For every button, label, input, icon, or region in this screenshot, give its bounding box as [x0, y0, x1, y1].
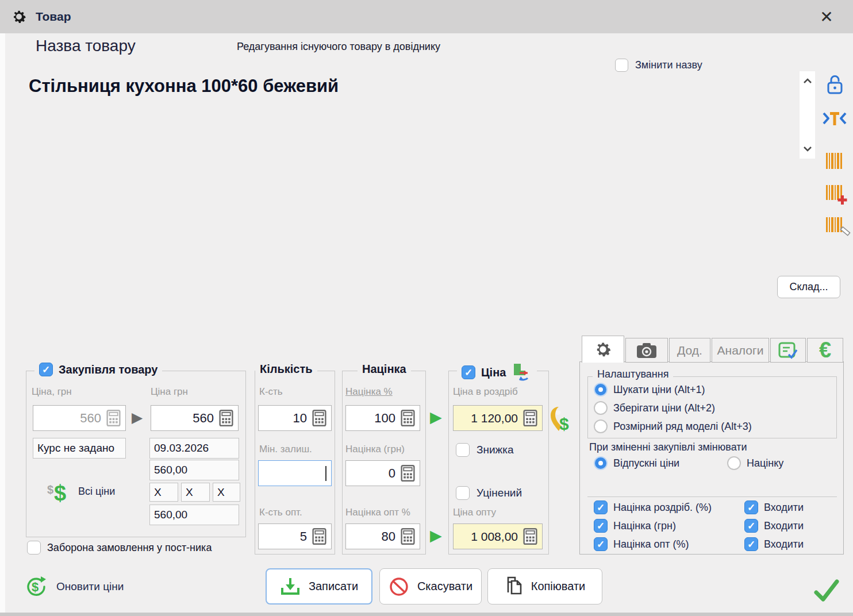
markup-retail-checkbox[interactable]: ✓ [594, 500, 608, 514]
price-x2-field: X [181, 483, 210, 502]
tab-settings[interactable] [582, 336, 624, 363]
markup-uah-label: Націнка (грн) [345, 444, 405, 455]
apply-markup-arrow-icon[interactable]: ▶ [430, 408, 442, 426]
radio-keep-prices-control[interactable] [594, 401, 608, 415]
markdown-row[interactable]: Уцінений [456, 486, 522, 500]
calculator-icon[interactable] [401, 410, 415, 426]
markup-uah-value: 0 [389, 466, 395, 481]
purchase-price-uah-input[interactable]: 560 [151, 405, 239, 431]
include-opt-checkbox[interactable]: ✓ [744, 537, 758, 551]
calculator-icon[interactable] [523, 528, 537, 545]
min-stock-input[interactable] [258, 460, 332, 486]
purchase-title: Закупівля товару [59, 363, 157, 376]
tab-currency[interactable]: € [807, 338, 843, 363]
qty-opt-input[interactable]: 5 [258, 523, 332, 549]
tab-analogs[interactable]: Аналоги [712, 338, 769, 363]
product-name: Стільниця кухонна 100*60 бежевий [29, 76, 339, 97]
calculator-icon[interactable] [312, 528, 326, 545]
rename-checkbox[interactable] [615, 59, 628, 72]
wholesale-price-value: 1 008,00 [471, 530, 518, 544]
include-opt-row[interactable]: ✓ Входити [744, 537, 804, 551]
scroll-down-icon[interactable] [800, 140, 815, 157]
tab-additional[interactable]: Дод. [669, 338, 710, 363]
all-prices-row[interactable]: $ $ Всі ціни [46, 479, 115, 504]
radio-markup-label: Націнку [747, 457, 783, 469]
barcode-edit-icon[interactable] [825, 216, 851, 239]
include-retail-checkbox[interactable]: ✓ [744, 500, 758, 514]
markup-pct-input[interactable]: 100 [345, 405, 420, 431]
settings-group-title: Налаштування [597, 368, 668, 380]
radio-markup[interactable]: Націнку [727, 456, 783, 470]
calculator-icon[interactable] [401, 528, 415, 545]
radio-selling-prices[interactable]: Відпускні ціни [594, 456, 679, 470]
calculator-icon[interactable] [312, 410, 326, 426]
price-transfer-icon[interactable] [512, 363, 532, 382]
qty-value: 10 [293, 411, 307, 426]
price-checkbox[interactable]: ✓ [462, 365, 475, 379]
rename-checkbox-row[interactable]: Змінити назву [615, 59, 702, 72]
price-transfer-arrow-icon: ▶ [132, 409, 143, 426]
radio-selling-prices-control[interactable] [594, 456, 608, 470]
calculator-icon[interactable] [219, 410, 233, 426]
calculator-icon[interactable] [401, 465, 415, 482]
tab-photo[interactable] [625, 338, 668, 363]
markup-opt-row[interactable]: ✓ Націнка опт (%) [594, 537, 689, 551]
ban-order-row[interactable]: Заборона замовлення у пост-ника [27, 541, 212, 555]
markup-uah-row[interactable]: ✓ Націнка (грн) [594, 519, 676, 533]
discount-checkbox[interactable] [456, 443, 470, 457]
copy-button[interactable]: Копіювати [487, 568, 602, 605]
radio-search-prices-control[interactable] [594, 383, 608, 396]
barcode-add-icon[interactable] [825, 184, 847, 208]
qty-input[interactable]: 10 [258, 405, 332, 431]
unlock-icon[interactable] [825, 74, 844, 98]
wholesale-price-input[interactable]: 1 008,00 [453, 523, 543, 549]
qty-opt-value: 5 [300, 529, 307, 544]
update-prices-button[interactable]: $ Оновити ціни [24, 575, 124, 599]
include-uah-checkbox[interactable]: ✓ [744, 519, 758, 533]
markup-pct-label[interactable]: Націнка % [345, 386, 393, 398]
retail-price-input[interactable]: 1 120,00 [453, 405, 543, 431]
window-title: Товар [36, 10, 71, 24]
purchase-checkbox[interactable]: ✓ [39, 363, 53, 376]
ban-order-checkbox[interactable] [27, 541, 41, 555]
change-purchase-label: При зміненні закупівлі змінювати [589, 441, 747, 453]
markup-opt-checkbox[interactable]: ✓ [594, 537, 608, 551]
stock-button[interactable]: Склад... [777, 276, 840, 298]
tab-checklist[interactable] [770, 338, 806, 363]
purchase-price-mid-value: 560,00 [154, 464, 187, 476]
purchase-price-input[interactable]: 560 [33, 405, 126, 431]
fit-text-icon[interactable] [822, 110, 847, 129]
confirm-check-icon[interactable] [812, 577, 842, 607]
purchase-price-right-label: Ціна грн [151, 386, 188, 398]
min-stock-label: Мін. залиш. [259, 444, 312, 455]
radio-size-range-label: Розмірний ряд моделі (Alt+3) [613, 421, 752, 433]
barcode-icon[interactable] [825, 152, 844, 172]
markup-retail-row[interactable]: ✓ Націнка роздріб. (%) [594, 500, 712, 514]
calculator-icon[interactable] [106, 410, 121, 426]
tab-additional-label: Дод. [677, 344, 702, 357]
markup-retail-label: Націнка роздріб. (%) [613, 502, 712, 514]
save-button[interactable]: Записати [266, 568, 372, 605]
name-scrollbar[interactable] [800, 71, 815, 159]
price-tag-icon[interactable]: $ [550, 406, 572, 436]
qty-opt-label: К-сть опт. [259, 507, 302, 518]
close-button[interactable]: ✕ [814, 5, 839, 29]
all-prices-label: Всі ціни [78, 486, 115, 498]
markup-uah-checkbox[interactable]: ✓ [594, 519, 608, 533]
markup-opt-input[interactable]: 80 [345, 523, 420, 549]
discount-row[interactable]: Знижка [456, 443, 514, 457]
cancel-button[interactable]: Скасувати [379, 568, 482, 605]
radio-size-range[interactable]: Розмірний ряд моделі (Alt+3) [594, 419, 752, 433]
radio-keep-prices[interactable]: Зберігати ціни (Alt+2) [594, 401, 715, 415]
apply-markup-opt-arrow-icon[interactable]: ▶ [430, 526, 442, 545]
scroll-up-icon[interactable] [800, 72, 815, 90]
radio-search-prices[interactable]: Шукати ціни (Alt+1) [594, 383, 705, 396]
camera-icon [636, 342, 657, 359]
radio-size-range-control[interactable] [594, 419, 608, 433]
radio-markup-control[interactable] [727, 456, 741, 470]
include-retail-row[interactable]: ✓ Входити [744, 500, 804, 514]
calculator-icon[interactable] [523, 410, 537, 426]
include-uah-row[interactable]: ✓ Входити [744, 519, 804, 533]
markup-uah-input[interactable]: 0 [345, 460, 420, 486]
markdown-checkbox[interactable] [456, 486, 470, 500]
